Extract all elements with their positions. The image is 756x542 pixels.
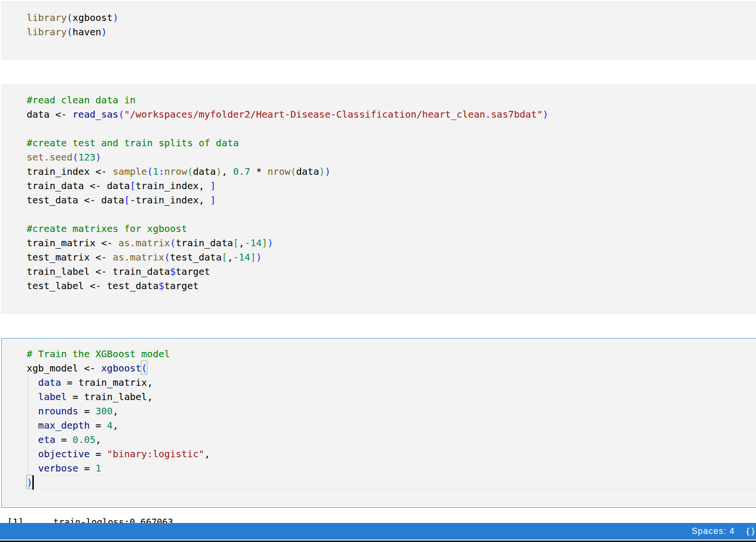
code-token: ] xyxy=(210,180,216,191)
code-token: $ xyxy=(170,266,176,277)
code-token: 123 xyxy=(78,151,95,163)
code-token: test_data xyxy=(170,251,221,263)
code-line: train_matrix <- as.matrix(train_data[,-1… xyxy=(27,236,548,250)
code-token: as.matrix xyxy=(119,237,170,249)
code-token: #create test and train splits of data xyxy=(27,137,239,149)
code-token: 1 xyxy=(153,166,159,177)
code-token: train_data <- data xyxy=(27,180,130,191)
code-token: ( xyxy=(164,251,170,263)
code-token: ) xyxy=(216,166,221,177)
code-editor-2[interactable]: #read clean data indata <- read_sas("/wo… xyxy=(27,93,548,293)
code-token: = train_matrix, xyxy=(61,377,153,388)
code-line: test_matrix <- as.matrix(test_data[,-14]… xyxy=(27,250,548,264)
code-line: objective = "binary:logistic", xyxy=(27,447,210,461)
code-line: eta = 0.05, xyxy=(27,432,210,447)
code-token xyxy=(27,420,38,431)
code-token: ( xyxy=(170,237,176,249)
code-token: ) xyxy=(543,109,548,120)
braces-icon[interactable]: {} xyxy=(746,527,756,536)
code-token xyxy=(27,405,38,417)
code-editor-3[interactable]: # Train the XGBoost modelxgb_model <- xg… xyxy=(3,340,756,506)
code-line: set.seed(123) xyxy=(27,150,548,164)
code-token: data <- xyxy=(27,109,72,120)
code-token: ( xyxy=(67,26,72,38)
code-token: set.seed xyxy=(27,151,72,163)
code-token: [ xyxy=(233,237,239,249)
code-cell-1[interactable]: library(xgboost)library(haven) xyxy=(1,1,756,60)
code-line: test_data <- data[-train_index, ] xyxy=(27,193,548,207)
code-token: data xyxy=(38,377,61,388)
code-token: sample xyxy=(113,166,147,177)
code-token: 4 xyxy=(107,420,113,431)
code-token: , xyxy=(113,420,119,431)
code-token: [ xyxy=(124,194,130,206)
code-token: data xyxy=(296,166,319,177)
code-token: = train_label, xyxy=(67,391,153,402)
code-cell-2[interactable]: #read clean data indata <- read_sas("/wo… xyxy=(1,85,756,314)
code-token: , xyxy=(227,251,233,263)
code-token: #create matrixes for xgboost xyxy=(27,223,187,234)
code-token: * xyxy=(250,166,268,177)
code-token: haven xyxy=(72,26,101,38)
code-line: train_label <- train_data$target xyxy=(27,264,548,279)
code-token: test_matrix <- xyxy=(27,251,113,263)
code-token: train_data xyxy=(176,237,233,249)
code-token: test_label <- test_data xyxy=(27,280,159,291)
code-editor-3-content[interactable]: # Train the XGBoost modelxgb_model <- xg… xyxy=(27,347,210,490)
code-token: ( xyxy=(67,12,72,23)
code-token: max_depth xyxy=(38,420,90,431)
code-token: nrounds xyxy=(38,405,78,417)
code-cell-3-selected[interactable]: # Train the XGBoost modelxgb_model <- xg… xyxy=(1,338,756,508)
code-line: #create test and train splits of data xyxy=(27,136,548,150)
code-line: library(haven) xyxy=(27,25,119,39)
code-token: 300 xyxy=(96,405,113,417)
code-token: = xyxy=(90,448,107,460)
code-token: 0.05 xyxy=(72,434,95,445)
code-line xyxy=(27,121,548,136)
code-token: , xyxy=(221,166,233,177)
code-token: [ xyxy=(221,251,227,263)
code-token: as.matrix xyxy=(113,251,164,263)
status-bar: Spaces: 4 {} xyxy=(0,523,756,540)
code-token: ( xyxy=(141,361,147,374)
code-token xyxy=(27,448,38,460)
indentation-status[interactable]: Spaces: 4 xyxy=(692,526,735,536)
code-token xyxy=(27,377,38,388)
code-line: max_depth = 4, xyxy=(27,418,210,432)
code-token: ) xyxy=(319,166,325,177)
code-line: data = train_matrix, xyxy=(27,375,210,390)
code-line: train_data <- data[train_index, ] xyxy=(27,179,548,193)
code-line: verbose = 1 xyxy=(27,461,210,475)
code-token: data xyxy=(193,166,216,177)
code-token: ) xyxy=(268,237,273,249)
code-token: xgboost xyxy=(72,12,112,23)
code-token xyxy=(27,462,38,474)
code-token: ( xyxy=(147,166,153,177)
code-token: [ xyxy=(130,180,136,191)
code-token: target xyxy=(176,266,210,277)
code-token: , xyxy=(239,237,245,249)
code-token: 1 xyxy=(96,462,101,474)
code-token: ) xyxy=(325,166,330,177)
code-token: ) xyxy=(96,151,101,163)
code-token: eta xyxy=(38,434,55,445)
code-token: "/workspaces/myfolder2/Heart-Disease-Cla… xyxy=(124,109,543,120)
code-token: = xyxy=(78,405,95,417)
code-line: ) xyxy=(27,475,210,490)
code-token: xgboost xyxy=(101,362,141,374)
code-token: ] xyxy=(210,194,216,206)
code-editor-1[interactable]: library(xgboost)library(haven) xyxy=(27,10,119,39)
code-token: 0.7 xyxy=(233,166,250,177)
code-token: train_index, xyxy=(136,180,210,191)
code-token: # Train the XGBoost model xyxy=(27,348,170,360)
code-token: library xyxy=(27,26,67,38)
vscode-notebook-screen: library(xgboost)library(haven) #read cle… xyxy=(0,0,756,542)
code-token: nrow xyxy=(164,166,187,177)
code-token: train_matrix <- xyxy=(27,237,119,249)
code-token: -14 xyxy=(245,237,262,249)
code-token: ( xyxy=(72,151,78,163)
code-token: label xyxy=(38,391,67,402)
code-token: = xyxy=(55,434,72,445)
code-token: #read clean data in xyxy=(27,94,136,106)
code-line: #read clean data in xyxy=(27,93,548,107)
